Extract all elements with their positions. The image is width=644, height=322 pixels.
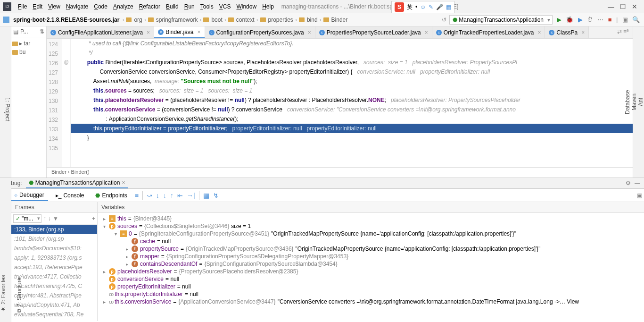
next-frame-icon[interactable]: ↓ (48, 215, 51, 222)
variable-node[interactable]: ppropertyEditorInitializer = null (98, 283, 644, 290)
trace-icon[interactable]: ↯ (213, 192, 219, 199)
menu-run[interactable]: Run (182, 2, 198, 11)
pencil-icon[interactable]: ✎ (429, 4, 433, 10)
project-view-combo[interactable]: P... (20, 28, 28, 35)
stack-frame[interactable]: :101, Binder (org.sp (11, 234, 97, 244)
crumb-Binder[interactable]: Binder (331, 17, 348, 23)
structure-tab[interactable]: ⧉ 7: Structure (16, 179, 23, 313)
evaluate-icon[interactable]: ▦ (203, 192, 209, 199)
gear-icon[interactable]: ⚙ (626, 180, 631, 186)
profile-icon[interactable]: ⏱ (587, 16, 593, 23)
maven-tab[interactable]: Maven (631, 26, 637, 178)
stop-icon[interactable]: ■ (608, 16, 612, 23)
run-config-combo[interactable]: ⬣ ManagingTransactionsApplication (449, 15, 553, 25)
variable-node[interactable]: ▸≡this = {Binder@3445} (98, 215, 644, 222)
jar-name[interactable]: spring-boot-2.1.8.RELEASE-sources.jar (13, 17, 119, 23)
step-over-icon[interactable]: ⤻ (147, 192, 152, 199)
stack-frame[interactable]: accept:193, ReferencePipe (11, 263, 97, 272)
prev-frame-icon[interactable]: ↑ (43, 215, 46, 222)
variable-node[interactable]: ▸fpropertySource = {OriginTrackedMapProp… (98, 245, 644, 253)
variable-node[interactable]: oothis.propertyEditorInitializer = null (98, 290, 644, 298)
stack-frame[interactable]: :133, Binder (org.sp (11, 225, 97, 234)
step-into-icon[interactable]: ↓ (156, 192, 159, 199)
variable-node[interactable]: ▸fcontainsDescendantOf = {SpringConfigur… (98, 260, 644, 268)
coverage-icon[interactable]: ▶ (578, 16, 583, 23)
variable-node[interactable]: ▾≡0 = {SpringIterableConfigurationProper… (98, 230, 644, 237)
close-tab-icon[interactable]: × (581, 29, 585, 36)
menu-window[interactable]: Window (233, 2, 259, 11)
crumb-properties[interactable]: properties (268, 17, 293, 23)
stack-frame[interactable]: copyInto:481, AbstractPipe (11, 291, 97, 300)
menu-edit[interactable]: Edit (30, 2, 45, 11)
minimize-icon[interactable]: — (608, 3, 614, 10)
endpoints-tab[interactable]: ⬣Endpoints (91, 190, 131, 201)
menu-analyze[interactable]: Analyze (110, 2, 136, 11)
project-item[interactable]: ▸ tar (12, 39, 45, 48)
project-item[interactable]: bu (12, 48, 45, 56)
add-icon[interactable]: + (92, 215, 95, 222)
stack-frame[interactable]: lambda$asDocuments$10: (11, 244, 97, 253)
editor-tab[interactable]: cPropertiesPropertySourceLoader.java× (315, 26, 432, 38)
menu-vcs[interactable]: VCS (216, 2, 234, 11)
attach-icon[interactable]: ⋯ (597, 16, 603, 23)
search-icon[interactable]: 🔍 (632, 16, 640, 23)
variable-node[interactable]: ▾psources = {Collections$SingletonSet@34… (98, 222, 644, 230)
stack-frame[interactable]: apply:-1, 929383713 (org.s (11, 253, 97, 263)
favorites-tab[interactable]: ★ 2: Favorites (0, 179, 7, 313)
ime-lang[interactable]: 英 (407, 3, 413, 11)
reload-icon[interactable]: ↺ (442, 17, 446, 23)
close-tab-icon[interactable]: × (425, 29, 428, 36)
variable-node[interactable]: ▸pplaceholdersResolver = {PropertySource… (98, 268, 644, 275)
layout-icon[interactable]: ▣ (622, 16, 628, 23)
debug-session-tab[interactable]: ⬣ManagingTransactionsApplication× (26, 178, 128, 188)
close-icon[interactable]: ✕ (632, 3, 637, 10)
stack-frame[interactable]: evaluate:234, AbstractPipe (11, 319, 97, 321)
emoji-icon[interactable]: ☺ (420, 4, 426, 10)
filter-icon[interactable]: ▼ (53, 215, 58, 222)
crumb-context[interactable]: context (236, 17, 255, 23)
menu-file[interactable]: File (15, 2, 30, 11)
stack-frame[interactable]: forEachRemaining:4725, C (11, 281, 97, 291)
menu-view[interactable]: View (45, 2, 63, 11)
grid-icon[interactable]: ▦ (446, 4, 451, 10)
editor-tab[interactable]: cClassPa× (545, 26, 589, 38)
menu-code[interactable]: Code (91, 2, 110, 11)
stack-frame[interactable]: wrapAndCopyInto:471, Ab (11, 300, 97, 310)
maximize-icon[interactable]: ☐ (620, 3, 626, 10)
left-stripe[interactable]: 1: Project (0, 26, 11, 178)
ant-tab[interactable]: Ant (637, 26, 644, 178)
run-icon[interactable]: ▶ (557, 16, 561, 23)
console-tab[interactable]: ▸_Console (52, 190, 88, 201)
editor-tab[interactable]: cConfigFileApplicationListener.java× (47, 26, 154, 38)
crumb-org[interactable]: org (134, 17, 142, 23)
debug-icon[interactable]: 🐞 (566, 16, 573, 23)
layout-settings-icon[interactable]: ▣ (637, 192, 642, 199)
crumb-boot[interactable]: boot (211, 17, 222, 23)
editor-tab[interactable]: cConfigurationPropertySources.java× (205, 26, 315, 38)
menu-tools[interactable]: Tools (198, 2, 216, 11)
editor-tab[interactable]: cOriginTrackedPropertiesLoader.java× (432, 26, 545, 38)
variable-node[interactable]: ▸oothis.conversionService = {Application… (98, 298, 644, 305)
minimize-panel-icon[interactable]: — (635, 180, 640, 186)
menu-navigate[interactable]: Navigate (63, 2, 91, 11)
run-to-cursor-icon[interactable]: →| (187, 192, 195, 199)
crumb-springframework[interactable]: springframework (156, 17, 198, 23)
close-tab-icon[interactable]: × (147, 29, 150, 36)
drop-frame-icon[interactable]: ⇤ (177, 192, 183, 199)
step-out-icon[interactable]: ↑ (170, 192, 173, 199)
threads-icon[interactable]: ≡ (135, 192, 139, 199)
database-tab[interactable]: Database (624, 26, 631, 178)
editor-tab[interactable]: cBinder.java× (154, 26, 205, 38)
close-tab-icon[interactable]: × (537, 29, 541, 36)
crumb-bind[interactable]: bind (307, 17, 318, 23)
menu-build[interactable]: Build (163, 2, 182, 11)
menu-help[interactable]: Help (259, 2, 277, 11)
mic-icon[interactable]: 🎤 (436, 4, 443, 10)
stack-frame[interactable]: tryAdvance:4717, Collectio (11, 272, 97, 281)
close-tab-icon[interactable]: × (198, 29, 201, 35)
force-step-into-icon[interactable]: ↓ (163, 192, 166, 199)
variable-node[interactable]: fcache = null (98, 237, 644, 245)
menu-refactor[interactable]: Refactor (136, 2, 163, 11)
stack-frame[interactable]: evaluateSequential:708, Re (11, 310, 97, 319)
variable-node[interactable]: pconversionService = null (98, 275, 644, 283)
